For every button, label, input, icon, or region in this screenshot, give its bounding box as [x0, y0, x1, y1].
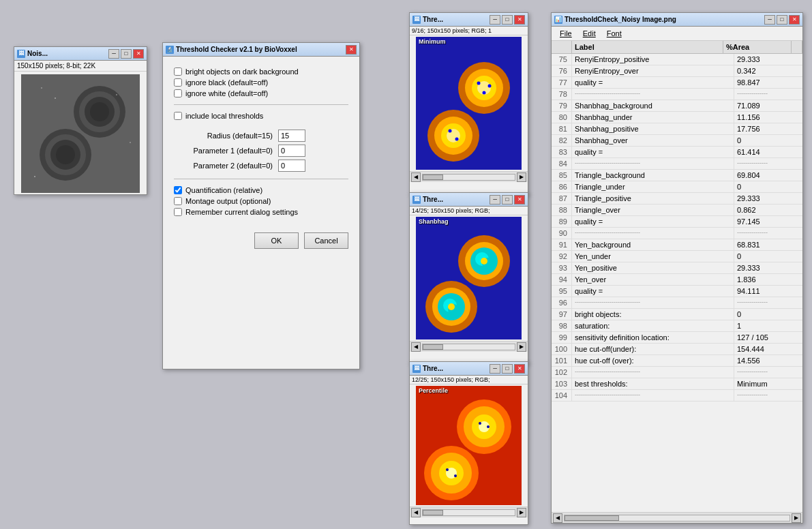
results-hscroll-right[interactable]: ▶ [792, 513, 801, 523]
row-number: 86 [552, 181, 572, 192]
preview1-maximize[interactable]: □ [502, 15, 513, 25]
preview2-scroll-left[interactable]: ◀ [411, 342, 421, 352]
row-value: 0 [734, 135, 802, 146]
preview2-label: Shanbhag [419, 218, 449, 225]
row-number: 82 [552, 135, 572, 146]
table-row: 95quality =94.111 [552, 286, 802, 297]
preview1-controls: ─ □ ✕ [490, 15, 525, 25]
table-row: 96--------------------------------------… [552, 297, 802, 309]
table-row: 98saturation:1 [552, 320, 802, 332]
preview1-minimize[interactable]: ─ [490, 15, 500, 25]
preview3-svg [416, 386, 522, 505]
menu-file-label: File [560, 29, 572, 37]
results-hscroll-track[interactable] [564, 515, 790, 522]
results-controls: ─ □ ✕ [764, 15, 800, 25]
svg-point-21 [488, 85, 492, 88]
results-hscroll-left[interactable]: ◀ [553, 513, 562, 523]
local-checkbox[interactable] [174, 112, 182, 120]
table-row: 97bright objects:0 [552, 309, 802, 320]
preview3-maximize[interactable]: □ [502, 364, 513, 374]
table-row: 85Triangle_background69.804 [552, 170, 802, 181]
row-number: 79 [552, 100, 572, 111]
white-label: ignore white (default=off) [185, 89, 268, 97]
row-label: -------------------------------- [572, 367, 734, 378]
preview1-titlebar: 🖼 Thre... ─ □ ✕ [410, 13, 528, 27]
param1-input[interactable]: 0 [278, 145, 305, 157]
preview1-scroll-right[interactable]: ▶ [517, 172, 526, 182]
bright-checkbox[interactable] [174, 67, 182, 76]
table-row: 104-------------------------------------… [552, 390, 802, 402]
menu-edit[interactable]: Edit [577, 28, 601, 39]
results-close[interactable]: ✕ [789, 15, 800, 25]
row-number: 89 [552, 216, 572, 227]
param2-input[interactable]: 0 [278, 160, 305, 172]
remember-checkbox[interactable] [174, 208, 182, 216]
radius-input[interactable]: 15 [278, 130, 305, 142]
radius-label: Radius (default=15) [174, 132, 273, 140]
table-row: 90--------------------------------------… [552, 228, 802, 239]
row-value: 1.836 [734, 274, 802, 285]
row-label: -------------------------------- [572, 228, 734, 239]
preview2-scroll-track[interactable] [422, 344, 515, 350]
noisy-title-icon: 🖼 [17, 50, 25, 58]
row-label: quality = [572, 286, 734, 297]
row-value: 29.333 [734, 262, 802, 273]
row-label: quality = [572, 216, 734, 227]
noisy-close-button[interactable]: ✕ [133, 49, 144, 59]
quant-checkbox[interactable] [174, 186, 182, 194]
row-label: bright objects: [572, 309, 734, 320]
row-label: Triangle_positive [572, 193, 734, 204]
preview2-minimize[interactable]: ─ [490, 195, 500, 205]
preview2-close[interactable]: ✕ [514, 195, 525, 205]
noisy-maximize-button[interactable]: □ [121, 49, 132, 59]
table-row: 99sensitivity definition location:127 / … [552, 332, 802, 344]
results-minimize[interactable]: ─ [764, 15, 775, 25]
row-value: 29.333 [734, 193, 802, 204]
preview1-scroll-left[interactable]: ◀ [411, 172, 421, 182]
row-value: 98.847 [734, 77, 802, 88]
bright-label: bright objects on dark background [185, 67, 299, 76]
row-number: 95 [552, 286, 572, 297]
preview2-scroll-right[interactable]: ▶ [517, 342, 526, 352]
preview3-canvas: Percentile [416, 386, 522, 505]
white-checkbox[interactable] [174, 89, 182, 97]
preview3-scroll-left[interactable]: ◀ [411, 508, 421, 517]
preview3-scroll-right[interactable]: ▶ [517, 508, 526, 517]
svg-point-22 [483, 91, 486, 95]
preview1-scrollbar: ◀ ▶ [410, 171, 528, 182]
row-value: --------------- [734, 367, 802, 378]
svg-point-12 [116, 94, 117, 95]
black-checkbox[interactable] [174, 78, 182, 87]
row-value: 97.145 [734, 216, 802, 227]
row-number: 91 [552, 239, 572, 250]
results-table-body[interactable]: 75RenyiEntropy_positive29.33376RenyiEntr… [552, 54, 802, 502]
menu-file[interactable]: File [554, 28, 577, 39]
table-row: 101hue cut-off (over):14.556 [552, 355, 802, 367]
preview1-scroll-track[interactable] [422, 174, 515, 181]
table-row: 78--------------------------------------… [552, 89, 802, 100]
noisy-minimize-button[interactable]: ─ [108, 49, 119, 59]
row-value: 14.556 [734, 355, 802, 366]
preview3-scroll-track[interactable] [422, 509, 515, 516]
row-value: 29.333 [734, 54, 802, 65]
preview3-close[interactable]: ✕ [514, 364, 525, 374]
cancel-button[interactable]: Cancel [304, 232, 348, 249]
checker-close-button[interactable]: ✕ [346, 45, 357, 55]
white-checkbox-row: ignore white (default=off) [174, 89, 348, 97]
svg-point-13 [130, 142, 131, 143]
preview1-svg [416, 37, 522, 170]
preview1-scroll-thumb [423, 175, 443, 180]
row-value: --------------- [734, 158, 802, 169]
preview2-maximize[interactable]: □ [502, 195, 513, 205]
table-row: 89quality =97.145 [552, 216, 802, 228]
preview1-close[interactable]: ✕ [514, 15, 525, 25]
montage-label: Montage output (optional) [185, 197, 271, 205]
table-row: 87Triangle_positive29.333 [552, 193, 802, 205]
results-maximize[interactable]: □ [777, 15, 787, 25]
ok-button[interactable]: OK [254, 232, 299, 249]
menu-font[interactable]: Font [601, 28, 627, 39]
montage-checkbox[interactable] [174, 197, 182, 205]
table-row: 77quality =98.847 [552, 77, 802, 89]
preview-window-shanbhag: 🖼 Thre... ─ □ ✕ 14/25; 150x150 pixels; R… [409, 192, 528, 364]
preview3-minimize[interactable]: ─ [490, 364, 500, 374]
